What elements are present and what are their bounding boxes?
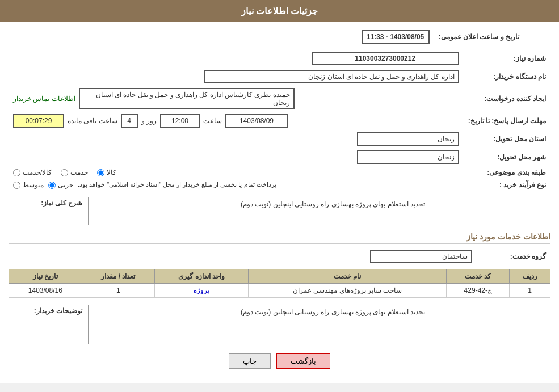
time-label: ساعت	[203, 117, 222, 125]
buyer-description-label: توضیحات خریدار:	[9, 305, 82, 315]
day-label: روز و	[141, 117, 157, 125]
page-title: جزئیات اطلاعات نیاز	[241, 6, 318, 16]
org-name-label: نام دستگاه خریدار:	[493, 73, 546, 81]
services-table: ردیف کد خدمت نام خدمت واحد اندازه گیری ت…	[9, 269, 550, 298]
province-value: زنجان	[438, 135, 455, 143]
need-number-value: 1103003273000212	[355, 54, 415, 62]
service-group-label: گروه خدمت:	[510, 252, 546, 260]
announce-label: تاریخ و ساعت اعلان عمومی:	[439, 33, 519, 41]
services-section-title: اطلاعات خدمات مورد نیاز	[9, 232, 550, 244]
col-row-num: ردیف	[510, 269, 550, 284]
category-khadamat-label: خدمت	[70, 168, 88, 176]
category-kala-label: کالا	[107, 168, 116, 176]
category-kala-khadamat[interactable]: کالا/خدمت	[13, 168, 52, 176]
main-info-table: شماره نیاز: 1103003273000212 نام دستگاه …	[9, 49, 550, 191]
radio-motavaset[interactable]	[13, 182, 20, 189]
city-label: شهر محل تحویل:	[497, 153, 546, 161]
category-kala-khadamat-label: کالا/خدمت	[23, 168, 52, 176]
radio-khadamat[interactable]	[61, 169, 68, 176]
radio-jozvi[interactable]	[48, 182, 56, 189]
cell-service-code: ج-42-429	[447, 284, 510, 298]
cell-row-num: 1	[510, 284, 550, 298]
buyer-description-section: توضیحات خریدار: تجدید استعلام بهای پروژه…	[9, 305, 550, 344]
process-motavaset-label: متوسط	[23, 181, 44, 189]
col-unit: واحد اندازه گیری	[155, 269, 249, 284]
need-description-value: تجدید استعلام بهای پروژه بهسازی راه روست…	[241, 200, 425, 208]
cell-date: 1403/08/16	[9, 284, 82, 298]
col-count: تعداد / مقدار	[82, 269, 155, 284]
city-value: زنجان	[438, 153, 455, 161]
announce-row: تاریخ و ساعت اعلان عمومی: 1403/08/05 - 1…	[9, 28, 550, 46]
remaining-value: 00:07:29	[26, 117, 52, 125]
org-name-value: اداره کل راهداری و حمل و نقل جاده ای است…	[308, 73, 454, 81]
table-row: 1 ج-42-429 ساخت سایر پروژه‌های مهندسی عم…	[9, 284, 550, 298]
need-number-label: شماره نیاز:	[514, 54, 546, 62]
col-service-code: کد خدمت	[447, 269, 510, 284]
content-area: تاریخ و ساعت اعلان عمومی: 1403/08/05 - 1…	[0, 22, 559, 383]
process-label: نوع فرآیند خرید :	[499, 181, 546, 189]
creator-label: ایجاد کننده درخواست:	[484, 95, 546, 103]
buyer-description-value: تجدید استعلام بهای پروژه بهسازی راه روست…	[241, 308, 425, 316]
process-jozvi[interactable]: جزیی	[48, 181, 73, 189]
service-group-table: گروه خدمت: ساختمان	[9, 247, 550, 265]
contact-link[interactable]: اطلاعات تماس خریدار	[13, 95, 75, 103]
page-header: جزئیات اطلاعات نیاز	[0, 0, 559, 22]
creator-value: جمیده نظری کارشناس اداره کل راهداری و حم…	[96, 91, 290, 107]
process-note: پرداخت تمام یا بخشی از مبلغ خریدار از مح…	[78, 181, 276, 188]
buyer-description-box: تجدید استعلام بهای پروژه بهسازی راه روست…	[88, 305, 428, 344]
cell-unit: پروژه	[155, 284, 249, 298]
need-description-label: شرح کلی نیاز:	[9, 197, 82, 207]
col-service-name: نام خدمت	[248, 269, 446, 284]
need-description-section: شرح کلی نیاز: تجدید استعلام بهای پروژه ب…	[9, 197, 550, 225]
radio-kala[interactable]	[97, 169, 104, 176]
buttons-row: بازگشت چاپ	[9, 353, 550, 369]
deadline-date: 1403/08/09	[239, 117, 274, 125]
cell-count: 1	[82, 284, 155, 298]
print-button[interactable]: چاپ	[229, 353, 271, 369]
page-container: جزئیات اطلاعات نیاز تاریخ و ساعت اعلان ع…	[0, 0, 559, 383]
service-group-value: ساختمان	[442, 252, 468, 260]
day-value: 4	[127, 117, 131, 125]
col-date: تاریخ نیاز	[9, 269, 82, 284]
deadline-label: مهلت ارسال پاسخ: تا تاریخ:	[468, 117, 546, 125]
remaining-label: ساعت باقی مانده	[68, 117, 117, 125]
back-button[interactable]: بازگشت	[276, 353, 330, 369]
process-jozvi-label: جزیی	[58, 181, 73, 189]
cell-service-name: ساخت سایر پروژه‌های مهندسی عمران	[248, 284, 446, 298]
radio-kala-khadamat[interactable]	[13, 169, 20, 176]
province-label: استان محل تحویل:	[493, 135, 546, 143]
category-label: طبقه بندی موضوعی:	[487, 168, 546, 176]
category-kala[interactable]: کالا	[97, 168, 116, 176]
announce-value: 1403/08/05 - 11:33	[367, 33, 424, 41]
process-motavaset[interactable]: متوسط	[13, 181, 44, 189]
time-value: 12:00	[171, 117, 188, 125]
category-khadamat[interactable]: خدمت	[61, 168, 88, 176]
